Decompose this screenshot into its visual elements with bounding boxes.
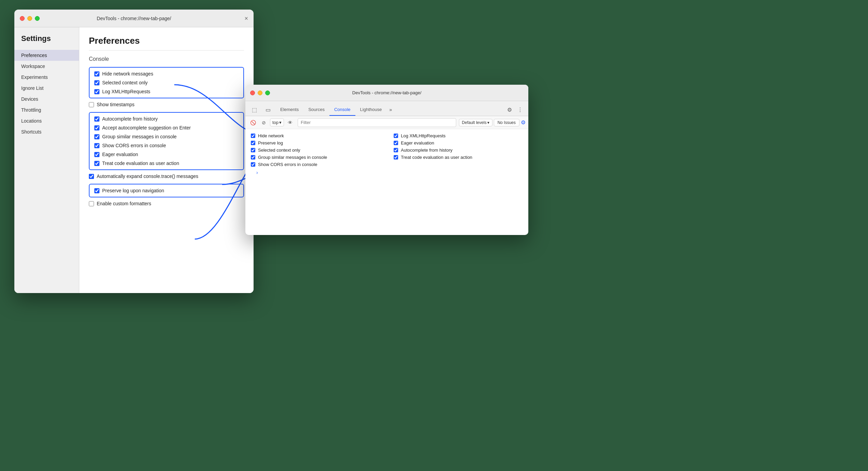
tab-lighthouse[interactable]: Lighthouse [355,103,387,116]
checkbox-timestamps-group: Show timestamps [89,102,244,107]
sidebar-item-shortcuts[interactable]: Shortcuts [14,126,79,137]
sidebar-item-preferences[interactable]: Preferences [14,50,79,61]
minimize-button-left[interactable] [27,16,32,21]
console-options-content: Hide network Preserve log Selected conte… [245,129,528,182]
opt-treat-code-eval-input[interactable] [394,155,398,160]
sidebar-item-workspace[interactable]: Workspace [14,61,79,72]
traffic-lights-left [20,16,40,21]
sidebar-item-experiments[interactable]: Experiments [14,72,79,83]
opt-log-xmlhttp-input[interactable] [394,134,398,138]
checkbox-hide-network-input[interactable] [94,71,99,77]
checkbox-show-timestamps[interactable]: Show timestamps [89,102,244,107]
checkbox-log-xmlhttp[interactable]: Log XMLHttpRequests [94,89,239,94]
checkbox-treat-code-eval[interactable]: Treat code evaluation as user action [94,161,239,166]
checkbox-preserve-log-label: Preserve log upon navigation [102,188,164,193]
checkbox-show-timestamps-label: Show timestamps [97,102,134,107]
device-icon[interactable]: ▭ [262,103,274,116]
checkbox-autocomplete-history-input[interactable] [94,116,99,122]
opt-hide-network-label: Hide network [258,133,284,138]
no-issues-button[interactable]: No Issues [494,119,519,126]
opt-selected-context-input[interactable] [251,148,255,152]
opt-preserve-log-input[interactable] [251,141,255,145]
tab-console[interactable]: Console [329,103,355,116]
opt-eager-eval-input[interactable] [394,141,398,145]
opt-cors-errors-label: Show CORS errors in console [258,162,317,167]
checkbox-eager-eval-input[interactable] [94,152,99,157]
sidebar-item-locations[interactable]: Locations [14,115,79,126]
checkbox-expand-trace-input[interactable] [89,174,94,179]
sidebar: Settings Preferences Workspace Experimen… [14,27,79,293]
tab-elements[interactable]: Elements [275,103,303,116]
opt-eager-eval: Eager evaluation [394,140,523,146]
titlebar-right: DevTools - chrome://new-tab-page/ [245,85,528,101]
tab-sources[interactable]: Sources [303,103,329,116]
minimize-button-right[interactable] [258,91,262,95]
checkbox-eager-eval[interactable]: Eager evaluation [94,152,239,157]
filter-icon[interactable]: ⊘ [259,118,269,127]
more-tabs-button[interactable]: » [386,103,395,116]
filter-input[interactable] [298,118,456,127]
default-levels-label: Default levels [462,120,487,125]
chevron-right-icon: › [256,170,258,175]
opt-autocomplete-history-label: Autocomplete from history [401,148,452,153]
eye-icon[interactable]: 👁 [285,118,295,127]
checkbox-hide-network-label: Hide network messages [102,71,153,77]
checkbox-group-similar[interactable]: Group similar messages in console [94,134,239,139]
chevron-down-icon: ▾ [279,120,282,125]
console-section-label: Console [89,56,244,62]
opt-eager-eval-label: Eager evaluation [401,140,434,146]
opt-log-xmlhttp-label: Log XMLHttpRequests [401,133,446,138]
checkbox-custom-formatters-input[interactable] [89,201,94,206]
checkbox-cors-errors[interactable]: Show CORS errors in console [94,143,239,148]
opt-treat-code-eval: Treat code evaluation as user action [394,155,523,160]
checkbox-preserve-log[interactable]: Preserve log upon navigation [94,188,239,193]
checkbox-cors-errors-input[interactable] [94,143,99,148]
close-x-button[interactable]: × [244,15,248,22]
checkbox-treat-code-eval-input[interactable] [94,161,99,166]
checkbox-custom-formatters[interactable]: Enable custom formatters [89,201,244,206]
opt-cors-errors-input[interactable] [251,162,255,167]
top-context-select[interactable]: top ▾ [270,119,284,126]
checkbox-treat-code-eval-label: Treat code evaluation as user action [102,161,179,166]
checkbox-group-similar-label: Group similar messages in console [102,134,177,139]
maximize-button-left[interactable] [35,16,40,21]
checkbox-log-xmlhttp-input[interactable] [94,89,99,94]
opt-group-similar-input[interactable] [251,155,255,160]
window-title-left: DevTools - chrome://new-tab-page/ [97,16,171,21]
console-settings-icon[interactable]: ⚙ [521,119,526,126]
maximize-button-right[interactable] [265,91,270,95]
checkbox-group-similar-input[interactable] [94,134,99,139]
console-toolbar: 🚫 ⊘ top ▾ 👁 Default levels ▾ No Issues ⚙ [245,116,528,129]
settings-window: DevTools - chrome://new-tab-page/ × Sett… [14,10,254,293]
checkbox-autocomplete-history[interactable]: Autocomplete from history [94,116,239,122]
checkbox-cors-errors-label: Show CORS errors in console [102,143,166,148]
checkbox-group-1: Hide network messages Selected context o… [89,67,244,98]
opt-hide-network-input[interactable] [251,134,255,138]
checkbox-preserve-log-input[interactable] [94,188,99,193]
checkbox-selected-context-input[interactable] [94,80,99,85]
titlebar-left: DevTools - chrome://new-tab-page/ × [14,10,254,27]
opt-autocomplete-history-input[interactable] [394,148,398,152]
settings-icon[interactable]: ⚙ [504,103,515,116]
console-options-right: Log XMLHttpRequests Eager evaluation Aut… [394,133,523,167]
clear-console-icon[interactable]: 🚫 [248,118,258,127]
checkbox-selected-context[interactable]: Selected context only [94,80,239,85]
close-button-right[interactable] [250,91,255,95]
sidebar-item-throttling[interactable]: Throttling [14,105,79,115]
more-options-icon[interactable]: ⋮ [515,103,526,116]
checkbox-hide-network[interactable]: Hide network messages [94,71,239,77]
sidebar-item-devices[interactable]: Devices [14,94,79,105]
devtools-window: DevTools - chrome://new-tab-page/ ⬚ ▭ El… [245,85,528,235]
checkbox-expand-trace[interactable]: Automatically expand console.trace() mes… [89,174,244,179]
sidebar-item-ignore-list[interactable]: Ignore List [14,83,79,94]
checkbox-show-timestamps-input[interactable] [89,102,94,107]
default-levels-select[interactable]: Default levels ▾ [459,119,492,126]
close-button-left[interactable] [20,16,25,21]
checkbox-autocomplete-history-label: Autocomplete from history [102,116,158,122]
console-prompt: › [251,167,523,178]
checkbox-accept-autocomplete[interactable]: Accept autocomplete suggestion on Enter [94,125,239,130]
console-options-grid: Hide network Preserve log Selected conte… [251,133,523,167]
checkbox-eager-eval-label: Eager evaluation [102,152,138,157]
checkbox-accept-autocomplete-input[interactable] [94,125,99,130]
inspect-icon[interactable]: ⬚ [248,103,260,116]
